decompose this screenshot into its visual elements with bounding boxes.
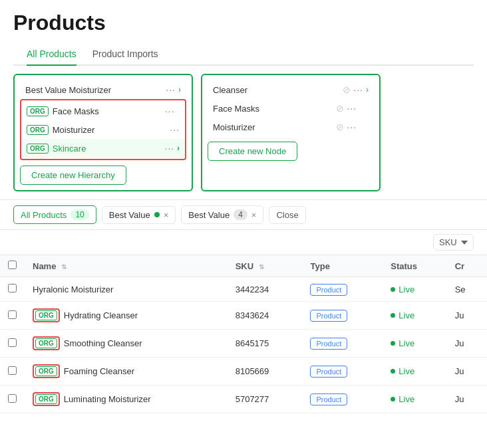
dots-icon[interactable]: ··· (347, 103, 357, 114)
filter-best-value-2[interactable]: Best Value 4 × (181, 205, 263, 224)
sku-sort-select[interactable]: SKU (433, 234, 474, 251)
status-dot (391, 313, 395, 318)
org-badge: ORG (35, 366, 57, 376)
org-badge: ORG (27, 144, 49, 154)
row-checkbox[interactable] (8, 366, 17, 375)
tab-product-imports[interactable]: Product Imports (92, 43, 158, 66)
dots-icon[interactable]: ··· (165, 106, 175, 116)
th-sku[interactable]: SKU ⇅ (228, 255, 303, 277)
status-label: Live (399, 366, 414, 376)
hier-item-name: Moisturizer (53, 125, 95, 135)
hierarchy-left-col: Best Value Moisturizer ··· › ORG Face Ma… (13, 74, 193, 191)
row-cr: Ju (447, 358, 487, 386)
row-name: Luminating Moisturizer (64, 394, 151, 404)
chevron-right-icon[interactable]: › (177, 144, 180, 153)
status-dot (391, 287, 395, 292)
row-sku: 3442234 (228, 277, 303, 302)
disabled-icon: ⊘ (336, 122, 344, 132)
row-type: Product (302, 277, 383, 302)
org-badge-outline: ORG (33, 336, 60, 350)
page: Products All Products Product Imports Be… (0, 0, 487, 448)
filter-all-products[interactable]: All Products 10 (13, 205, 96, 224)
row-name: Hyralonic Moisturizer (33, 284, 113, 294)
product-badge: Product (310, 393, 347, 405)
row-checkbox-cell (0, 277, 25, 302)
th-name[interactable]: Name ⇅ (25, 255, 228, 277)
hier-item-moisturizer-r[interactable]: Moisturizer ⊘ ··· (208, 118, 374, 136)
chevron-right-icon[interactable]: › (366, 85, 369, 94)
row-status: Live (383, 302, 446, 330)
hierarchy-right-col: Cleanser ⊘ ··· › Face Masks ⊘ ··· (201, 74, 381, 191)
row-sku: 5707277 (228, 386, 303, 413)
create-node-button[interactable]: Create new Node (208, 142, 297, 161)
hier-item-name: Cleanser (213, 85, 247, 95)
close-filters-button[interactable]: Close (269, 206, 305, 224)
table-row: ORG Foaming Cleanser 8105669 Product Liv… (0, 358, 487, 386)
row-status: Live (383, 386, 446, 413)
select-all-checkbox[interactable] (8, 261, 17, 269)
table-row: ORG Smoothing Cleanser 8645175 Product L… (0, 330, 487, 358)
table-row: Hyralonic Moisturizer 3442234 Product Li… (0, 277, 487, 302)
products-table: Name ⇅ SKU ⇅ Type Status Cr (0, 255, 487, 413)
row-cr: Ju (447, 386, 487, 413)
page-title: Products (13, 11, 474, 35)
chevron-right-icon[interactable]: › (178, 85, 181, 94)
filter-bar: All Products 10 Best Value × Best Value … (0, 200, 487, 230)
row-cr: Ju (447, 330, 487, 358)
row-checkbox[interactable] (8, 338, 17, 347)
hier-item-best-value[interactable]: Best Value Moisturizer ··· › (20, 80, 186, 99)
hier-item-face-masks-r[interactable]: Face Masks ⊘ ··· (208, 99, 374, 118)
row-checkbox[interactable] (8, 310, 17, 319)
th-status[interactable]: Status (383, 255, 446, 277)
status-dot (391, 341, 395, 346)
hier-item-cleanser[interactable]: Cleanser ⊘ ··· › (208, 80, 374, 99)
page-header: Products All Products Product Imports (0, 0, 487, 66)
org-badge: ORG (35, 338, 57, 348)
row-sku: 8105669 (228, 358, 303, 386)
row-checkbox[interactable] (8, 394, 17, 403)
row-checkbox-cell (0, 386, 25, 413)
hier-item-face-masks[interactable]: ORG Face Masks ··· (21, 102, 185, 120)
row-status: Live (383, 330, 446, 358)
filter-count: 10 (71, 209, 88, 220)
create-hierarchy-button[interactable]: Create new Hierarchy (20, 166, 126, 185)
th-type[interactable]: Type (302, 255, 383, 277)
dots-icon[interactable]: ··· (170, 124, 180, 135)
table-row: ORG Hydrating Cleanser 8343624 Product L… (0, 302, 487, 330)
row-name: Hydrating Cleanser (64, 310, 138, 320)
filter-label: All Products (21, 210, 67, 220)
row-status: Live (383, 277, 446, 302)
disabled-icon: ⊘ (343, 84, 351, 95)
tab-all-products[interactable]: All Products (27, 43, 77, 66)
filter-best-value-1[interactable]: Best Value × (102, 206, 176, 224)
hier-item-skincare[interactable]: ORG Skincare ··· › (21, 139, 185, 158)
product-badge: Product (310, 366, 347, 378)
hier-item-moisturizer[interactable]: ORG Moisturizer ··· (21, 120, 185, 139)
row-name-cell: ORG Smoothing Cleanser (25, 330, 228, 358)
status-dot (391, 369, 395, 374)
org-badge: ORG (27, 125, 49, 135)
org-badge-outline: ORG (33, 308, 60, 322)
sort-icon: ⇅ (61, 263, 67, 271)
th-cr[interactable]: Cr (447, 255, 487, 277)
filter-close-icon[interactable]: × (251, 210, 257, 220)
row-sku: 8343624 (228, 302, 303, 330)
row-sku: 8645175 (228, 330, 303, 358)
org-badge-outline: ORG (33, 392, 60, 406)
dots-icon[interactable]: ··· (164, 143, 174, 154)
dots-icon[interactable]: ··· (353, 84, 363, 95)
row-type: Product (302, 386, 383, 413)
row-checkbox[interactable] (8, 284, 17, 292)
dots-icon[interactable]: ··· (347, 122, 357, 132)
dots-icon[interactable]: ··· (166, 84, 176, 95)
row-name-cell: ORG Foaming Cleanser (25, 358, 228, 386)
status-label: Live (399, 394, 414, 404)
hier-item-name: Face Masks (213, 104, 259, 114)
filter-dot (154, 212, 160, 217)
filter-close-icon[interactable]: × (164, 210, 169, 220)
products-table-wrap: Name ⇅ SKU ⇅ Type Status Cr (0, 255, 487, 413)
hier-item-name: Skincare (53, 144, 86, 154)
row-cr: Ju (447, 302, 487, 330)
row-name: Smoothing Cleanser (64, 338, 142, 348)
row-name-cell: ORG Hydrating Cleanser (25, 302, 228, 330)
